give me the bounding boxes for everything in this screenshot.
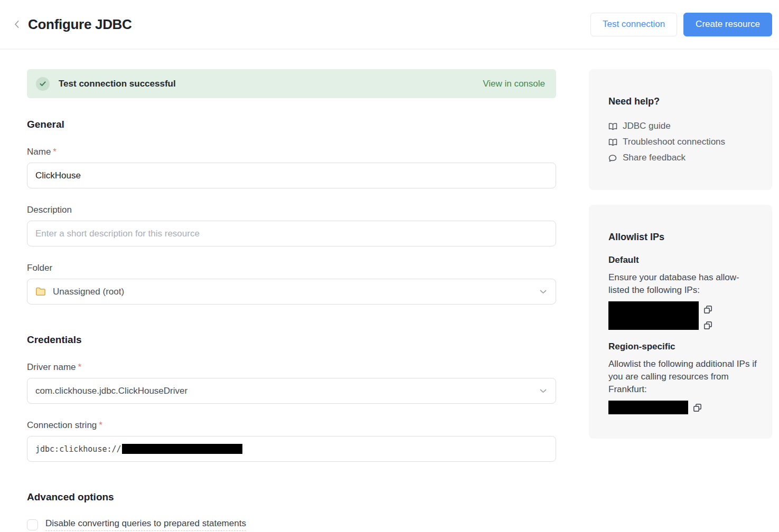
default-subheading: Default xyxy=(608,255,759,265)
share-feedback-link[interactable]: Share feedback xyxy=(608,150,762,166)
allowlist-ips-card: Allowlist IPs Default Ensure your databa… xyxy=(589,205,772,439)
advanced-section-heading: Advanced options xyxy=(27,491,556,503)
connection-string-label: Connection string* xyxy=(27,420,556,431)
redacted-region-ips xyxy=(608,401,688,414)
page-header: Configure JDBC Test connection Create re… xyxy=(0,0,779,50)
chat-icon xyxy=(608,154,618,162)
banner-message: Test connection successful xyxy=(59,79,176,89)
description-input[interactable] xyxy=(27,221,556,246)
test-connection-button[interactable]: Test connection xyxy=(590,13,677,36)
chevron-down-icon xyxy=(540,290,547,294)
page-title: Configure JDBC xyxy=(28,16,132,33)
prepared-statements-checkbox[interactable] xyxy=(27,519,38,530)
view-in-console-link[interactable]: View in console xyxy=(483,79,545,89)
folder-select-value: Unassigned (root) xyxy=(53,287,124,297)
prepared-statements-label: Disable converting queries to prepared s… xyxy=(45,518,246,531)
folder-icon xyxy=(35,287,46,296)
folder-select[interactable]: Unassigned (root) xyxy=(27,279,556,305)
book-icon xyxy=(608,138,618,146)
region-specific-subheading: Region-specific xyxy=(608,341,759,352)
jdbc-guide-label: JDBC guide xyxy=(623,121,671,131)
required-asterisk: * xyxy=(99,420,102,430)
allowlist-heading: Allowlist IPs xyxy=(608,232,759,243)
need-help-heading: Need help? xyxy=(608,96,762,107)
copy-icon[interactable] xyxy=(703,305,712,314)
copy-icon[interactable] xyxy=(703,321,712,330)
create-resource-button[interactable]: Create resource xyxy=(683,13,772,36)
required-asterisk: * xyxy=(78,362,82,372)
default-description: Ensure your database has allow-listed th… xyxy=(608,271,757,297)
copy-icon[interactable] xyxy=(693,403,702,412)
success-banner: Test connection successful View in conso… xyxy=(27,69,556,98)
required-asterisk: * xyxy=(53,147,57,157)
region-description: Allowlist the following additional IPs i… xyxy=(608,358,757,396)
back-button[interactable] xyxy=(10,17,23,31)
share-feedback-label: Share feedback xyxy=(623,153,686,163)
general-section-heading: General xyxy=(27,119,556,130)
jdbc-guide-link[interactable]: JDBC guide xyxy=(608,118,762,134)
chevron-down-icon xyxy=(540,389,547,393)
name-label: Name* xyxy=(27,147,556,157)
troubleshoot-connections-link[interactable]: Troubleshoot connections xyxy=(608,134,762,150)
need-help-card: Need help? JDBC guide xyxy=(589,69,772,190)
driver-select-value: com.clickhouse.jdbc.ClickHouseDriver xyxy=(35,386,187,396)
description-label: Description xyxy=(27,205,556,215)
book-icon xyxy=(608,122,618,130)
connection-string-value: jdbc:clickhouse:// xyxy=(35,444,121,454)
success-check-icon xyxy=(36,77,50,91)
redacted-default-ips xyxy=(608,301,699,330)
driver-name-select[interactable]: com.clickhouse.jdbc.ClickHouseDriver xyxy=(27,378,556,404)
name-input[interactable] xyxy=(27,163,556,188)
credentials-section-heading: Credentials xyxy=(27,334,556,346)
connection-string-input[interactable]: jdbc:clickhouse:// xyxy=(27,436,556,462)
redacted-connection-host xyxy=(122,444,242,454)
option-row: Disable converting queries to prepared s… xyxy=(27,518,556,531)
troubleshoot-connections-label: Troubleshoot connections xyxy=(623,137,725,147)
chevron-left-icon xyxy=(14,20,20,28)
folder-label: Folder xyxy=(27,263,556,273)
driver-name-label: Driver name* xyxy=(27,362,556,373)
